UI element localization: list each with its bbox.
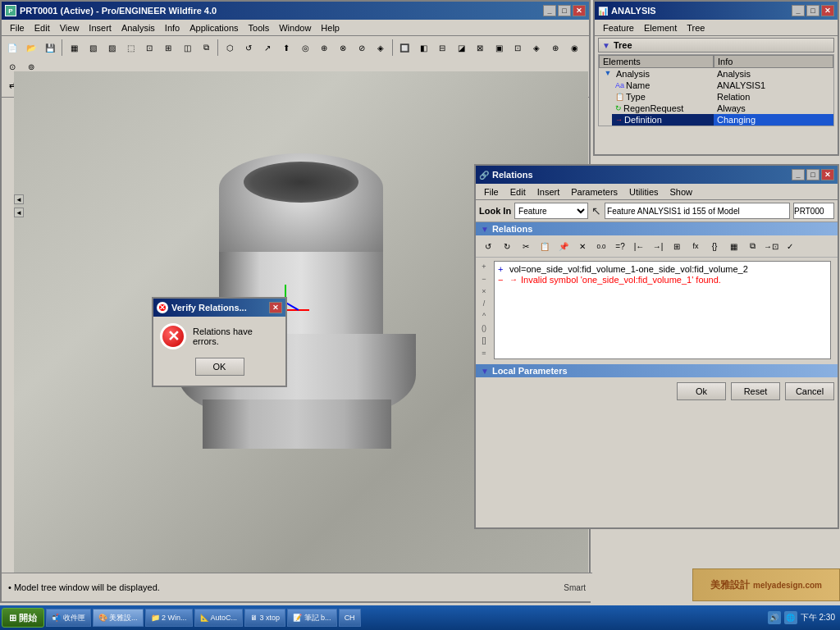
model-ref-input[interactable] xyxy=(793,203,834,219)
taskbar-item-5[interactable]: 🖥 3 xtop xyxy=(244,609,285,627)
tb-btn-7[interactable]: ◫ xyxy=(178,39,196,57)
tb-btn-26[interactable]: ⊕ xyxy=(546,39,564,57)
tb-btn-3[interactable]: ▨ xyxy=(103,39,121,57)
ok-button[interactable]: Ok xyxy=(677,382,726,400)
tb-btn-10[interactable]: ↺ xyxy=(240,39,258,57)
tb-btn-12[interactable]: ⬆ xyxy=(277,39,295,57)
rel-menu-insert[interactable]: Insert xyxy=(532,185,565,199)
tb-btn-1[interactable]: ▦ xyxy=(65,39,83,57)
menu-insert[interactable]: Insert xyxy=(84,21,116,34)
cancel-button[interactable]: Cancel xyxy=(785,382,834,400)
relations-minimize[interactable]: _ xyxy=(792,169,805,180)
rel-curly[interactable]: {} xyxy=(705,237,724,255)
menu-window[interactable]: Window xyxy=(274,21,316,34)
tb-btn-15[interactable]: ⊗ xyxy=(334,39,352,57)
taskbar-item-4[interactable]: 📐 AutoC... xyxy=(194,609,244,627)
tb-btn-9[interactable]: ⬡ xyxy=(221,39,239,57)
tb-btn-18[interactable]: 🔲 xyxy=(395,39,413,57)
tb-btn-27[interactable]: ◉ xyxy=(565,39,583,57)
tb-btn-16[interactable]: ⊘ xyxy=(353,39,371,57)
tb-btn-11[interactable]: ↗ xyxy=(258,39,276,57)
taskbar-item-1[interactable]: 📬 收件匣 xyxy=(46,609,91,627)
reset-button[interactable]: Reset xyxy=(731,382,780,400)
op-paren[interactable]: () xyxy=(479,322,489,334)
tree-row-type[interactable]: 📋 Type xyxy=(612,91,714,103)
left-arrow-1[interactable]: ◄ xyxy=(14,194,24,204)
tb-btn-22[interactable]: ⊠ xyxy=(471,39,489,57)
rel-undo[interactable]: ↺ xyxy=(479,237,497,255)
tree-row-regen[interactable]: ↻ RegenRequest xyxy=(612,103,714,114)
op-minus[interactable]: − xyxy=(479,273,489,285)
rel-copy2[interactable]: ⧉ xyxy=(743,237,761,255)
maximize-button[interactable]: □ xyxy=(558,5,571,16)
rel-equals[interactable]: =? xyxy=(611,237,629,255)
op-bracket[interactable]: [] xyxy=(479,335,489,346)
relations-text-area[interactable]: + vol=one_side_vol:fid_volume_1-one_side… xyxy=(494,261,831,359)
menu-file[interactable]: File xyxy=(5,21,30,34)
rel-paste[interactable]: 📌 xyxy=(555,237,573,255)
rel-fx[interactable]: fx xyxy=(687,237,705,255)
analysis-menu-feature[interactable]: Feature xyxy=(598,21,639,34)
rel-menu-show[interactable]: Show xyxy=(665,185,698,199)
menu-help[interactable]: Help xyxy=(316,21,345,34)
analysis-minimize[interactable]: _ xyxy=(792,5,805,16)
tb-open[interactable]: 📂 xyxy=(22,39,40,57)
op-times[interactable]: × xyxy=(479,285,489,297)
close-button[interactable]: ✕ xyxy=(573,5,586,16)
rel-delete[interactable]: ✕ xyxy=(573,237,591,255)
left-arrow-2[interactable]: ◄ xyxy=(14,208,24,217)
analysis-close[interactable]: ✕ xyxy=(821,5,834,16)
analysis-menu-tree[interactable]: Tree xyxy=(682,21,710,34)
menu-tools[interactable]: Tools xyxy=(244,21,275,34)
rel-sort[interactable]: ⊞ xyxy=(668,237,686,255)
rel-cut[interactable]: ✂ xyxy=(517,237,535,255)
relations-close[interactable]: ✕ xyxy=(821,169,834,180)
tb-btn-4[interactable]: ⬚ xyxy=(121,39,139,57)
tb-btn-6[interactable]: ⊞ xyxy=(159,39,177,57)
rel-menu-utils[interactable]: Utilities xyxy=(624,185,663,199)
rel-menu-file[interactable]: File xyxy=(479,185,504,199)
tb-btn-19[interactable]: ◧ xyxy=(414,39,432,57)
verify-close[interactable]: ✕ xyxy=(269,302,282,313)
taskbar-item-3[interactable]: 📁 2 Win... xyxy=(145,609,193,627)
op-plus[interactable]: + xyxy=(479,261,489,272)
taskbar-item-7[interactable]: CH xyxy=(339,609,361,627)
tb-new[interactable]: 📄 xyxy=(3,39,21,57)
tb-btn-5[interactable]: ⊡ xyxy=(140,39,158,57)
rel-arrow-left[interactable]: |← xyxy=(630,237,648,255)
menu-info[interactable]: Info xyxy=(160,21,185,34)
op-power[interactable]: ^ xyxy=(479,310,489,322)
tb-btn-8[interactable]: ⧉ xyxy=(197,39,215,57)
menu-analysis[interactable]: Analysis xyxy=(116,21,160,34)
start-button[interactable]: ⊞ 開始 xyxy=(2,608,44,628)
tb-btn-24[interactable]: ⊡ xyxy=(509,39,527,57)
tb-btn-20[interactable]: ⊟ xyxy=(433,39,451,57)
tree-row-definition[interactable]: → Definition xyxy=(612,114,714,126)
taskbar-item-6[interactable]: 📝 筆記 b... xyxy=(287,609,337,627)
tb-save[interactable]: 💾 xyxy=(41,39,59,57)
taskbar-item-2[interactable]: 🎨 美雅設... xyxy=(93,609,144,627)
tb-btn-2[interactable]: ▧ xyxy=(84,39,102,57)
tb-btn-25[interactable]: ◈ xyxy=(527,39,546,57)
tb-btn-23[interactable]: ▣ xyxy=(490,39,508,57)
lookin-input[interactable] xyxy=(605,203,790,219)
rel-verify[interactable]: →⊡ xyxy=(762,237,780,255)
op-divide[interactable]: / xyxy=(479,298,489,309)
menu-view[interactable]: View xyxy=(55,21,84,34)
relations-maximize[interactable]: □ xyxy=(806,169,819,180)
rel-num[interactable]: 0.0 xyxy=(592,237,610,255)
tb-btn-17[interactable]: ◈ xyxy=(372,39,390,57)
rel-copy[interactable]: 📋 xyxy=(536,237,554,255)
op-equals[interactable]: = xyxy=(479,347,489,358)
tree-row-analysis[interactable]: ▼ Analysis xyxy=(599,68,714,80)
rel-menu-edit[interactable]: Edit xyxy=(505,185,531,199)
menu-applications[interactable]: Applications xyxy=(185,21,243,34)
lookin-select[interactable]: Feature xyxy=(514,203,588,219)
tb-btn-14[interactable]: ⊕ xyxy=(315,39,333,57)
analysis-maximize[interactable]: □ xyxy=(806,5,819,16)
rel-arrow-right[interactable]: →| xyxy=(649,237,667,255)
verify-ok-button[interactable]: OK xyxy=(195,358,244,376)
menu-edit[interactable]: Edit xyxy=(30,21,55,34)
rel-check[interactable]: ✓ xyxy=(781,237,799,255)
rel-table[interactable]: ▦ xyxy=(724,237,742,255)
